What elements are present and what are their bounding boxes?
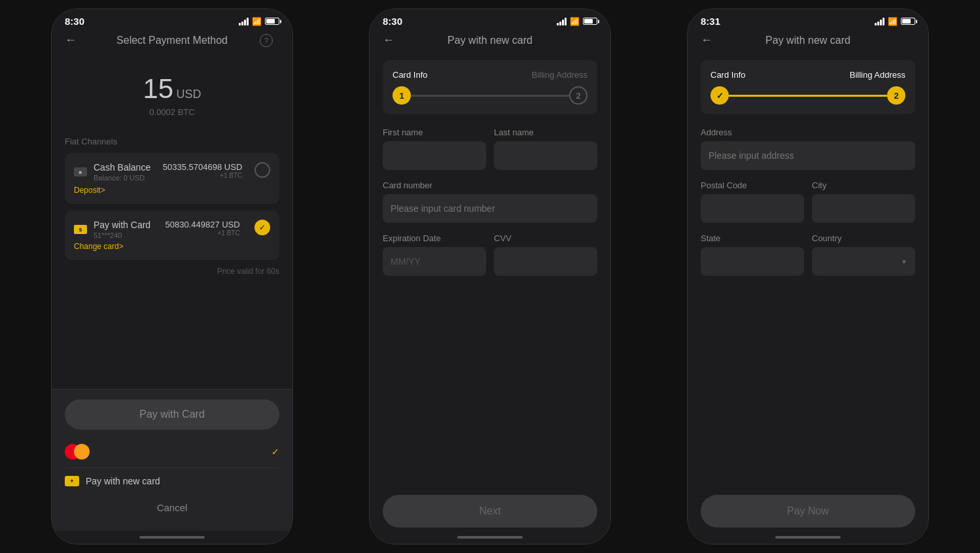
battery-icon-2 [583, 18, 597, 25]
back-button-3[interactable]: ← [701, 33, 720, 47]
screen2-content: Card Info Billing Address 1 2 First name… [370, 54, 610, 485]
status-bar-1: 8:30 📶 [52, 9, 292, 30]
time-2: 8:30 [383, 16, 402, 27]
cvv-group: CVV [494, 233, 597, 276]
step2-label-3: Billing Address [850, 70, 905, 80]
step2-circle-3: 2 [887, 86, 905, 105]
screen2-footer: Next [370, 485, 610, 531]
status-bar-2: 8:30 📶 [370, 9, 610, 30]
pay-now-button[interactable]: Pay Now [701, 495, 915, 528]
stepper-3: Card Info Billing Address ✓ 2 [701, 60, 915, 114]
signal-icon-1 [239, 18, 249, 25]
nav-header-1: ← Select Payment Method ? [52, 30, 292, 54]
state-input[interactable] [701, 247, 804, 276]
pay-with-card-button[interactable]: Pay with Card [65, 399, 279, 429]
wifi-icon-1: 📶 [252, 17, 262, 26]
screen3-footer: Pay Now [688, 485, 928, 531]
time-1: 8:30 [65, 16, 84, 27]
time-3: 8:31 [701, 16, 720, 27]
home-indicator-1 [52, 531, 292, 544]
stepper-2: Card Info Billing Address 1 2 [383, 60, 597, 114]
step1-label-3: Card Info [710, 70, 745, 80]
cvv-label: CVV [494, 233, 597, 243]
cancel-button-1[interactable]: Cancel [65, 494, 279, 521]
country-group: Country ▼ [812, 233, 915, 276]
status-bar-3: 8:31 📶 [688, 9, 928, 30]
cash-balance-option[interactable]: ■ Cash Balance Balance: 0 USD 50335.5704… [65, 153, 279, 204]
country-select[interactable] [812, 247, 915, 276]
amount-display: 15 USD [65, 73, 279, 105]
expiry-cvv-row: Expiration Date CVV [383, 233, 597, 276]
new-card-option[interactable]: + Pay with new card [65, 468, 279, 494]
cash-select-circle[interactable] [254, 162, 270, 178]
pay-with-card-option[interactable]: $ Pay with Card 51***240 50830.449827 US… [65, 210, 279, 260]
card-selected-check: ✓ [271, 446, 279, 457]
back-button-2[interactable]: ← [383, 33, 402, 47]
card-amount: 50830.449827 USD [165, 220, 239, 229]
bottom-section-1: Pay with Card ✓ + Pay with new card Canc… [52, 389, 292, 531]
status-icons-3: 📶 [875, 17, 915, 26]
phone-screen3: 8:31 📶 ← Pay with new card [687, 8, 929, 545]
step1-circle: 1 [393, 86, 411, 105]
last-name-group: Last name [494, 127, 597, 170]
postal-label: Postal Code [701, 180, 804, 190]
existing-card-item[interactable]: ✓ [65, 436, 279, 468]
card-number-input[interactable] [383, 194, 597, 223]
step2-label: Billing Address [532, 70, 587, 80]
phone-screen1: 8:30 📶 ← Select Payment Method ? [51, 8, 293, 545]
mastercard-logo [65, 444, 90, 460]
address-input[interactable] [701, 141, 915, 170]
status-icons-2: 📶 [557, 17, 597, 26]
amount-btc: 0.0002 BTC [65, 107, 279, 117]
first-name-group: First name [383, 127, 486, 170]
card-number-group: Card number [383, 180, 597, 223]
dropdown-arrow: ▼ [901, 258, 907, 265]
battery-icon-3 [901, 18, 915, 25]
postal-city-row: Postal Code City [701, 180, 915, 223]
next-button[interactable]: Next [383, 495, 597, 528]
expiry-input[interactable] [383, 247, 486, 276]
cash-title: Cash Balance [94, 162, 150, 173]
home-indicator-2 [370, 531, 610, 544]
screens-container: 8:30 📶 ← Select Payment Method ? [0, 0, 980, 553]
card-number: 51***240 [94, 231, 150, 239]
expiry-group: Expiration Date [383, 233, 486, 276]
step1-label: Card Info [393, 70, 427, 80]
card-number-label: Card number [383, 180, 597, 190]
amount-value: 15 [143, 73, 173, 104]
signal-icon-2 [557, 18, 567, 25]
new-card-icon: + [65, 476, 79, 486]
amount-section: 15 USD 0.0002 BTC [65, 60, 279, 137]
screen3-content: Card Info Billing Address ✓ 2 Address Po… [688, 54, 928, 485]
city-input[interactable] [812, 194, 915, 223]
last-name-input[interactable] [494, 141, 597, 170]
cash-icon: ■ [74, 167, 87, 176]
status-icons-1: 📶 [239, 17, 279, 26]
postal-input[interactable] [701, 194, 804, 223]
cvv-input[interactable] [494, 247, 597, 276]
price-valid-text: Price valid for 60s [65, 267, 279, 276]
back-button-1[interactable]: ← [65, 33, 84, 47]
help-icon-1[interactable]: ? [260, 34, 279, 47]
phone-screen2: 8:30 📶 ← Pay with new card [369, 8, 611, 545]
nav-header-2: ← Pay with new card [370, 30, 610, 54]
battery-icon-1 [265, 18, 279, 25]
home-indicator-3 [688, 531, 928, 544]
deposit-link[interactable]: Deposit> [74, 186, 270, 195]
card-select-circle[interactable]: ✓ [254, 220, 270, 235]
change-card-link[interactable]: Change card> [74, 242, 270, 251]
step-line-3 [729, 95, 887, 97]
page-title-1: Select Payment Method [84, 35, 260, 46]
wifi-icon-2: 📶 [570, 17, 580, 26]
state-label: State [701, 233, 804, 243]
expiry-label: Expiration Date [383, 233, 486, 243]
last-name-label: Last name [494, 127, 597, 137]
city-label: City [812, 180, 915, 190]
postal-group: Postal Code [701, 180, 804, 223]
first-name-input[interactable] [383, 141, 486, 170]
wifi-icon-3: 📶 [888, 17, 898, 26]
step2-circle: 2 [569, 86, 587, 105]
name-row: First name Last name [383, 127, 597, 170]
card-icon: $ [74, 225, 87, 234]
address-group: Address [701, 127, 915, 170]
